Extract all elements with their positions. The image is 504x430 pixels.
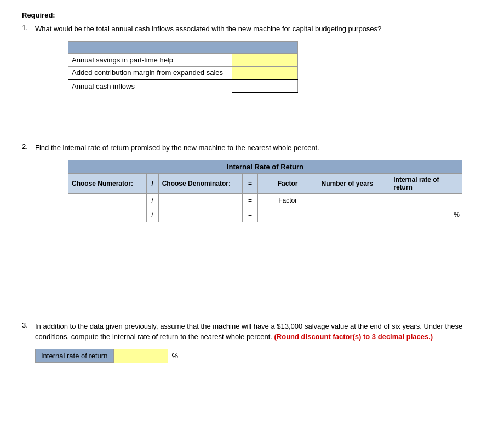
header-equals: = <box>243 173 257 193</box>
cash-inflows-table: Annual savings in part-time help Added c… <box>68 41 298 94</box>
q3-text-highlight: (Round discount factor(s) to 3 decimal p… <box>274 332 433 341</box>
total-label: Annual cash inflows <box>68 79 232 93</box>
row1-factor-text: Factor <box>257 193 318 208</box>
q1-text: What would be the total annual cash infl… <box>35 24 381 35</box>
row2-irr-input[interactable]: % <box>390 208 462 222</box>
header-irr: Internal rate of return <box>390 173 462 193</box>
q2-number: 2. <box>22 142 33 222</box>
irr-table: Internal Rate of Return Choose Numerator… <box>68 160 462 222</box>
header-factor: Factor <box>257 173 318 193</box>
header-denominator: Choose Denominator: <box>158 173 243 193</box>
question-2-section: 2. Find the internal rate of return prom… <box>22 142 482 222</box>
row1-years-input[interactable] <box>318 193 390 208</box>
irr-result-label: Internal rate of return <box>35 349 113 363</box>
row2-label: Added contribution margin from expanded … <box>68 66 232 79</box>
header-slash: / <box>146 173 158 193</box>
row2-slash: / <box>146 208 158 222</box>
row1-label: Annual savings in part-time help <box>68 53 232 66</box>
irr-result-row: Internal rate of return % <box>35 349 482 363</box>
table-header-label <box>68 41 232 53</box>
question-3-section: 3. In addition to the data given previou… <box>22 321 482 363</box>
required-section: Required: 1. What would be the total ann… <box>22 11 482 93</box>
header-numerator: Choose Numerator: <box>68 173 147 193</box>
row2-equals: = <box>243 208 257 222</box>
row1-irr-input[interactable] <box>390 193 462 208</box>
irr-title: Internal Rate of Return <box>68 160 462 173</box>
total-input[interactable] <box>232 79 298 93</box>
q3-text: In addition to the data given previously… <box>35 321 482 342</box>
irr-result-input[interactable] <box>113 349 168 363</box>
table-row: Annual savings in part-time help <box>68 53 298 66</box>
total-row: Annual cash inflows <box>68 79 298 93</box>
irr-header-row: Choose Numerator: / Choose Denominator: … <box>68 173 462 193</box>
irr-data-row-2: / = % <box>68 208 462 222</box>
row2-numerator-input[interactable] <box>68 208 147 222</box>
question-3: 3. In addition to the data given previou… <box>22 321 482 363</box>
row2-factor-input[interactable] <box>257 208 318 222</box>
row2-years-input[interactable] <box>318 208 390 222</box>
q1-number: 1. <box>22 24 33 93</box>
table-header-row <box>68 41 298 53</box>
q3-number: 3. <box>22 321 33 363</box>
row2-denominator-input[interactable] <box>158 208 243 222</box>
row2-input[interactable] <box>232 66 298 79</box>
required-label: Required: <box>22 11 482 19</box>
row1-numerator-input[interactable] <box>68 193 147 208</box>
table-header-input <box>232 41 298 53</box>
header-years: Number of years <box>318 173 390 193</box>
irr-title-row: Internal Rate of Return <box>68 160 462 173</box>
row1-slash: / <box>146 193 158 208</box>
q2-text: Find the internal rate of return promise… <box>35 142 482 153</box>
irr-pct-label: % <box>168 349 181 362</box>
table-row: Added contribution margin from expanded … <box>68 66 298 79</box>
percent-sign: % <box>454 211 460 219</box>
row1-denominator-input[interactable] <box>158 193 243 208</box>
row1-input[interactable] <box>232 53 298 66</box>
irr-data-row-1: / = Factor <box>68 193 462 208</box>
question-1: 1. What would be the total annual cash i… <box>22 24 482 93</box>
row1-equals: = <box>243 193 257 208</box>
question-2: 2. Find the internal rate of return prom… <box>22 142 482 222</box>
